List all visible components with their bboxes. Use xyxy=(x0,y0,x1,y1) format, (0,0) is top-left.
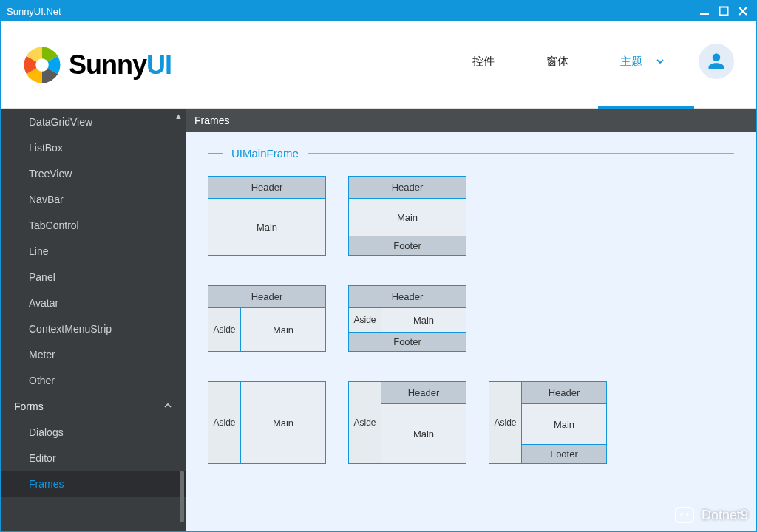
sidebar-item[interactable]: Avatar xyxy=(1,290,186,316)
content-title: Frames xyxy=(186,109,756,132)
frame-main: Main xyxy=(349,199,466,236)
frame-preview[interactable]: HeaderAsideMainFooter xyxy=(348,285,466,352)
group-title-text: UIMainFrame xyxy=(223,147,308,160)
frame-preview[interactable]: AsideMain xyxy=(208,381,326,464)
frame-main: Main xyxy=(381,404,466,463)
group-title: UIMainFrame xyxy=(208,147,734,160)
body: ▲ DataGridViewListBoxTreeViewNavBarTabCo… xyxy=(1,109,756,531)
sidebar-item-label: Frames xyxy=(29,478,64,490)
brand-part2: UI xyxy=(146,50,172,80)
sidebar-item-label: Line xyxy=(29,245,48,257)
app-window: SunnyUI.Net SunnyUI xyxy=(0,0,757,532)
sidebar-item[interactable]: NavBar xyxy=(1,186,186,212)
chevron-down-icon xyxy=(656,55,665,68)
sidebar-item[interactable]: ContextMenuStrip xyxy=(1,316,186,341)
sidebar-item-label: TabControl xyxy=(29,219,79,231)
nav-tab-label: 控件 xyxy=(472,55,495,69)
sidebar-item[interactable]: TreeView xyxy=(1,160,186,186)
frames-grid: HeaderMainHeaderMainFooterHeaderAsideMai… xyxy=(208,176,734,464)
sidebar-item[interactable]: ListBox xyxy=(1,134,186,160)
sidebar: ▲ DataGridViewListBoxTreeViewNavBarTabCo… xyxy=(1,109,186,531)
sidebar-item-label: ContextMenuStrip xyxy=(29,323,112,335)
scroll-up-icon[interactable]: ▲ xyxy=(174,112,183,120)
frames-row: HeaderAsideMainHeaderAsideMainFooter xyxy=(208,285,734,352)
minimize-button[interactable] xyxy=(697,4,712,18)
sidebar-item-label: ListBox xyxy=(29,142,63,154)
content-title-text: Frames xyxy=(194,115,229,126)
frame-header: Header xyxy=(349,286,466,308)
frame-footer: Footer xyxy=(522,444,606,463)
frame-preview[interactable]: AsideHeaderMainFooter xyxy=(489,381,607,464)
svg-rect-0 xyxy=(700,13,709,15)
content: Frames UIMainFrame HeaderMainHeaderMainF… xyxy=(186,109,756,531)
sidebar-item-label: Other xyxy=(29,375,55,386)
sidebar-item-label: Editor xyxy=(29,452,56,464)
close-button[interactable] xyxy=(736,4,750,18)
frame-aside: Aside xyxy=(489,382,522,463)
frame-preview[interactable]: HeaderMain xyxy=(208,176,326,256)
sidebar-item-label: Panel xyxy=(29,271,55,283)
sidebar-item[interactable]: Meter xyxy=(1,341,186,367)
frame-aside: Aside xyxy=(208,308,241,351)
sidebar-item-label: DataGridView xyxy=(29,116,92,128)
sidebar-item-label: Dialogs xyxy=(29,426,64,438)
svg-rect-1 xyxy=(720,7,728,16)
header: SunnyUI 控件 窗体 主题 xyxy=(1,21,756,109)
frame-preview[interactable]: HeaderMainFooter xyxy=(348,176,466,256)
brand-part1: Sunny xyxy=(69,50,146,80)
frame-header: Header xyxy=(522,382,606,404)
frames-row: AsideMainAsideHeaderMainAsideHeaderMainF… xyxy=(208,381,734,464)
maximize-button[interactable] xyxy=(716,4,731,18)
frame-footer: Footer xyxy=(349,332,466,351)
avatar[interactable] xyxy=(699,44,734,79)
sidebar-item-label: Forms xyxy=(14,400,44,412)
nav-tab-theme[interactable]: 主题 xyxy=(613,21,672,108)
chevron-up-icon xyxy=(163,400,172,412)
logo: SunnyUI xyxy=(21,44,172,86)
window-title: SunnyUI.Net xyxy=(7,6,61,17)
frame-main: Main xyxy=(241,382,325,463)
sidebar-item[interactable]: TabControl xyxy=(1,212,186,238)
frame-aside: Aside xyxy=(349,382,381,463)
frame-main: Main xyxy=(208,199,325,255)
frame-aside: Aside xyxy=(208,382,241,463)
sidebar-item[interactable]: Panel xyxy=(1,264,186,290)
sidebar-item-label: TreeView xyxy=(29,168,72,180)
frame-main: Main xyxy=(522,404,606,444)
titlebar[interactable]: SunnyUI.Net xyxy=(1,1,756,21)
sidebar-category[interactable]: Forms xyxy=(1,393,186,419)
sidebar-item[interactable]: Editor xyxy=(1,445,186,471)
sidebar-item[interactable]: Frames xyxy=(1,471,186,497)
sidebar-scrollbar[interactable] xyxy=(180,471,184,522)
sidebar-item[interactable]: DataGridView xyxy=(1,109,186,134)
frame-main: Main xyxy=(241,308,325,351)
brand-text: SunnyUI xyxy=(69,50,172,81)
sidebar-item-label: Meter xyxy=(29,349,55,361)
frame-header: Header xyxy=(349,177,466,199)
svg-point-3 xyxy=(35,58,49,72)
sidebar-item-label: Avatar xyxy=(29,297,58,309)
sidebar-item[interactable]: Line xyxy=(1,238,186,264)
sidebar-item[interactable]: Dialogs xyxy=(1,419,186,445)
frame-main: Main xyxy=(381,308,466,332)
content-body: UIMainFrame HeaderMainHeaderMainFooterHe… xyxy=(186,132,756,531)
frame-header: Header xyxy=(208,177,325,199)
frame-preview[interactable]: HeaderAsideMain xyxy=(208,285,326,352)
nav-tab-label: 窗体 xyxy=(546,55,568,69)
logo-icon xyxy=(21,44,63,86)
frame-footer: Footer xyxy=(349,236,466,255)
sidebar-item-label: NavBar xyxy=(29,194,64,205)
frame-header: Header xyxy=(381,382,466,404)
frame-preview[interactable]: AsideHeaderMain xyxy=(348,381,466,464)
nav-tab-label: 主题 xyxy=(620,55,642,69)
sidebar-item[interactable]: Other xyxy=(1,367,186,393)
user-icon xyxy=(706,51,727,72)
frames-row: HeaderMainHeaderMainFooter xyxy=(208,176,734,256)
frame-aside: Aside xyxy=(349,308,381,332)
nav-tab-controls[interactable]: 控件 xyxy=(465,21,502,108)
nav-tab-forms[interactable]: 窗体 xyxy=(539,21,576,108)
frame-header: Header xyxy=(208,286,325,308)
nav-tabs: 控件 窗体 主题 xyxy=(465,21,672,108)
